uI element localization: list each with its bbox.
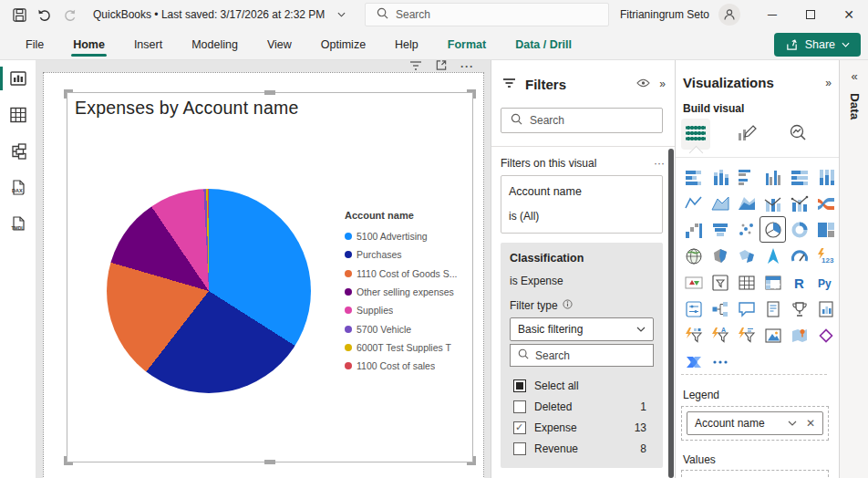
filter-option-expense[interactable]: Expense13 (510, 417, 654, 438)
focus-mode-icon[interactable] (435, 59, 448, 74)
resize-handle[interactable] (64, 456, 73, 465)
resize-handle[interactable] (64, 89, 73, 99)
pie-chart-visual[interactable]: Expenses by Account name Account name 51… (67, 92, 473, 462)
legend-item-supplies[interactable]: Supplies (345, 301, 470, 319)
analytics-tab[interactable] (783, 119, 812, 150)
report-page[interactable]: ··· Expenses by Account name Account nam… (43, 72, 484, 478)
legend-item-6000t-test-supplies-t[interactable]: 6000T Test Supplies T (345, 338, 470, 357)
visual-icon-filled-map[interactable] (707, 243, 733, 269)
visual-filter-icon[interactable] (409, 60, 422, 74)
visual-icon-power-apps[interactable] (812, 322, 839, 348)
filter-option-select-all[interactable]: Select all (510, 375, 654, 396)
expand-pane-icon[interactable]: « (840, 69, 868, 83)
visual-icon-pie-chart[interactable] (760, 216, 786, 243)
values-field-well[interactable] (681, 470, 829, 478)
checkbox-deleted[interactable] (513, 400, 526, 413)
visual-icon-ribbon-chart[interactable] (812, 190, 839, 216)
visual-icon-text-slicer[interactable]: A (707, 322, 733, 348)
ribbon-tab-modeling[interactable]: Modeling (179, 29, 251, 59)
redo-icon[interactable] (62, 6, 78, 23)
visual-icon-image[interactable] (760, 322, 786, 348)
document-title[interactable]: QuickBooks • Last saved: 3/17/2026 at 2:… (93, 8, 325, 21)
legend-field-well[interactable]: Account name ✕ (681, 406, 829, 441)
visual-icon-funnel-chart[interactable] (707, 216, 733, 243)
checkbox-select-all[interactable] (513, 379, 526, 392)
save-icon[interactable] (11, 6, 27, 23)
visual-icon-arcgis-map[interactable] (786, 322, 812, 348)
visual-icon-table[interactable] (733, 269, 760, 296)
legend-field-pill[interactable]: Account name ✕ (687, 411, 823, 435)
resize-handle[interactable] (467, 89, 476, 99)
legend-item-5100-advertising[interactable]: 5100 Advertising (345, 227, 470, 245)
ribbon-tab-insert[interactable]: Insert (121, 29, 175, 59)
pie-chart[interactable] (107, 189, 311, 393)
filters-search-box[interactable]: Search (501, 108, 663, 133)
visual-icon-waterfall-chart[interactable] (680, 216, 707, 243)
global-search-box[interactable]: Search (365, 3, 609, 26)
visual-icon-stacked-bar-chart[interactable] (680, 163, 707, 190)
user-avatar-icon[interactable] (718, 4, 740, 26)
visual-icon-metrics[interactable] (786, 296, 812, 322)
checkbox-expense[interactable] (513, 421, 526, 434)
title-chevron-icon[interactable] (337, 10, 346, 19)
visual-icon-100-stacked-column-chart[interactable] (812, 163, 839, 190)
checkbox-revenue[interactable] (513, 442, 526, 455)
ribbon-tab-home[interactable]: Home (60, 29, 118, 59)
visual-icon-list-slicer[interactable] (733, 322, 760, 348)
visual-icon-100-stacked-bar-chart[interactable] (786, 163, 812, 190)
visual-icon-matrix[interactable] (760, 269, 786, 296)
visual-icon-r-script-visual[interactable]: R (786, 269, 812, 296)
legend-item-1110-cost-of-goods-s[interactable]: 1110 Cost of Goods S... (345, 265, 470, 283)
undo-icon[interactable] (36, 6, 53, 23)
resize-handle[interactable] (264, 90, 275, 95)
visual-icon-donut-chart[interactable] (786, 216, 812, 243)
visual-icon-paginated-report[interactable] (812, 296, 839, 322)
visual-icon-map[interactable] (680, 243, 707, 269)
legend-item-purchases[interactable]: Purchases (345, 245, 470, 264)
ribbon-tab-file[interactable]: File (13, 29, 57, 59)
tmdl-view-icon[interactable]: TMDL (0, 206, 36, 243)
format-visual-tab[interactable] (732, 119, 761, 150)
filter-card-classification[interactable]: Classification is Expense Filter type Ba… (501, 243, 663, 468)
report-canvas[interactable]: ··· Expenses by Account name Account nam… (36, 60, 491, 478)
table-view-icon[interactable] (0, 97, 36, 133)
data-pane-collapsed[interactable]: « Data (839, 60, 868, 478)
visual-icon-slicer[interactable] (707, 269, 733, 296)
share-button[interactable]: Share (774, 33, 861, 57)
visual-icon-clustered-column-chart[interactable] (760, 163, 786, 190)
build-visual-tab[interactable] (681, 119, 710, 150)
filter-card-account-name[interactable]: Account name is (All) (501, 175, 663, 234)
maximize-button[interactable] (791, 0, 830, 29)
dax-query-view-icon[interactable]: DAX (0, 170, 36, 206)
resize-handle[interactable] (467, 456, 476, 465)
collapse-pane-icon[interactable]: » (825, 77, 832, 89)
filter-option-revenue[interactable]: Revenue8 (510, 438, 654, 459)
section-more-options-icon[interactable]: ··· (654, 157, 665, 170)
visual-icon-stacked-column-chart[interactable] (707, 163, 733, 190)
visual-icon-smart-narrative[interactable] (760, 296, 786, 322)
visual-icon-gauge[interactable] (786, 243, 812, 269)
more-options-icon[interactable]: ··· (460, 60, 474, 73)
visual-icon-line-and-stacked-column-chart[interactable] (760, 190, 786, 216)
visual-icon-python-visual[interactable]: Py (812, 269, 839, 296)
visual-icon-line-and-clustered-column-chart[interactable] (786, 190, 812, 216)
legend-item-other-selling-expenses[interactable]: Other selling expenses (345, 283, 470, 301)
ribbon-tab-help[interactable]: Help (382, 29, 431, 59)
resize-handle[interactable] (264, 460, 275, 464)
visual-icon-azure-map[interactable] (760, 243, 786, 269)
visual-icon-decomposition-tree[interactable] (707, 296, 733, 322)
visual-icon-clustered-bar-chart[interactable] (733, 163, 760, 190)
remove-field-icon[interactable]: ✕ (806, 417, 815, 430)
user-name[interactable]: Fitrianingrum Seto (620, 8, 709, 21)
report-view-icon[interactable] (0, 60, 36, 97)
model-view-icon[interactable] (0, 133, 36, 170)
ribbon-tab-data-drill[interactable]: Data / Drill (502, 29, 584, 59)
visual-icon-new-slicer[interactable] (680, 296, 707, 322)
visual-icon-button-slicer[interactable] (680, 322, 707, 348)
filters-scrollbar[interactable] (668, 149, 674, 478)
visual-icon-line-chart[interactable] (680, 190, 707, 216)
collapse-pane-icon[interactable]: » (659, 78, 666, 90)
visual-icon-card[interactable]: 123 (812, 243, 839, 269)
legend-item-1100-cost-of-sales[interactable]: 1100 Cost of sales (345, 357, 470, 375)
visual-icon-area-chart[interactable] (707, 190, 733, 216)
